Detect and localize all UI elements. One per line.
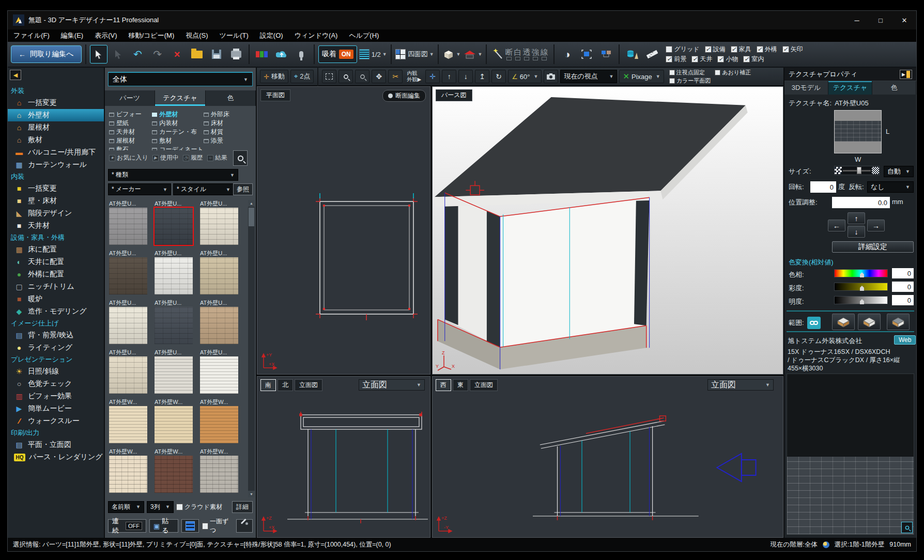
tab-north[interactable]: 北 [278, 379, 293, 391]
filter-results[interactable]: ○結果 [207, 153, 227, 162]
screen-capture-button[interactable] [578, 45, 595, 64]
close-button[interactable]: ✕ [892, 11, 916, 29]
toggle-transparent[interactable]: 透 [522, 48, 530, 61]
texture-item[interactable]: AT外壁U... [155, 250, 194, 299]
category-accessory[interactable]: 添景 [204, 136, 247, 145]
sidebar-item-wall-floor[interactable]: ■壁・床材 [8, 195, 104, 207]
sidebar-item-fireplace[interactable]: ■暖炉 [8, 293, 104, 305]
category-roof[interactable]: 屋根材 [109, 136, 152, 145]
checkbox-arrow[interactable]: 矢印 [782, 45, 803, 54]
menu-edit[interactable]: 編集(E) [55, 29, 89, 42]
primitive-shapes-button[interactable] [623, 45, 641, 64]
two-point-button[interactable]: ⌖2点 [290, 70, 314, 83]
checkbox-foreground[interactable]: 前景 [666, 55, 686, 64]
filter-favorites[interactable]: ★お気に入り [109, 153, 148, 162]
pixage-dropdown[interactable]: ✕Pixage▼ [619, 70, 664, 83]
quad-view-dropdown[interactable]: 四面図 ▼ [395, 45, 434, 64]
cut-button[interactable]: ✂ [388, 70, 403, 83]
brightness-button[interactable]: ◑ [558, 45, 576, 64]
camera-button[interactable] [544, 70, 558, 83]
sidebar-item-stairs-design[interactable]: ◣階段デザイン [8, 207, 104, 220]
sidebar-item-easy-movie[interactable]: ▶簡単ムービー [8, 402, 104, 415]
texture-item[interactable]: AT外壁W... [200, 448, 239, 497]
sidebar-item-wall-material[interactable]: ⌂外壁材 [8, 109, 104, 121]
section-edit-button[interactable]: 断面編集 [382, 90, 426, 102]
tab-texture-props[interactable]: テクスチャ [828, 81, 872, 95]
redo-button[interactable]: ↷ [149, 45, 166, 64]
tab-color[interactable]: 色 [206, 90, 256, 106]
detail-settings-button[interactable]: 詳細設定 [832, 241, 914, 253]
toggle-white-model[interactable]: 白 [514, 48, 521, 61]
west-elevation-dropdown[interactable]: 立面図▼ [707, 379, 774, 391]
camera-up-button[interactable]: ↑ [442, 70, 456, 83]
texture-item[interactable]: AT外壁U... [200, 250, 239, 299]
tile-mode-button[interactable] [181, 519, 199, 533]
position-input[interactable]: 0.0 [832, 197, 890, 208]
panel-expand-button[interactable]: ▶ [900, 70, 912, 79]
columns-dropdown[interactable]: 3列▼ [147, 501, 174, 513]
sidebar-item-before-effect[interactable]: ▥ビフォー効果 [8, 390, 104, 402]
current-view-dropdown[interactable]: 現在の視点▼ [560, 70, 617, 83]
link-range-button[interactable] [807, 317, 821, 329]
texture-item[interactable]: AT外壁W... [109, 448, 148, 497]
south-elevation-dropdown[interactable]: 立面図▼ [359, 379, 425, 391]
texture-item[interactable]: AT外壁U... [155, 299, 194, 349]
tab-east[interactable]: 東 [453, 379, 468, 391]
maker-dropdown[interactable]: * メーカー▼ [108, 183, 171, 195]
brightness-input[interactable]: 0 [892, 295, 914, 305]
camera-down-button[interactable]: ↓ [458, 70, 473, 83]
pan-button[interactable]: ✥ [372, 70, 386, 83]
brightness-slider[interactable] [834, 296, 888, 304]
menu-tools[interactable]: ツール(T) [214, 29, 254, 42]
category-before[interactable]: ビフォー [109, 110, 152, 119]
category-interior[interactable]: 内装材 [152, 119, 203, 128]
zoom-in-button[interactable] [338, 70, 353, 83]
zoom-out-button[interactable] [355, 70, 369, 83]
catalog-scrollbar[interactable]: ▲ ▼ [248, 200, 255, 497]
current-layer[interactable]: 現在の階層:全体 [770, 540, 817, 549]
sidebar-item-paving-material[interactable]: ⌂敷材 [8, 134, 104, 146]
range-one-wall-button[interactable] [887, 314, 910, 330]
sidebar-item-perspective-rendering[interactable]: HQパース・レンダリング [8, 451, 104, 463]
rotate-input[interactable]: 0 [810, 181, 836, 193]
size-auto-dropdown[interactable]: 自動▼ [884, 166, 914, 177]
sidebar-item-place-floor[interactable]: ▩床に配置 [8, 243, 104, 256]
menu-file[interactable]: ファイル(F) [8, 29, 55, 42]
texture-item[interactable]: AT外壁W... [155, 398, 194, 448]
texture-item[interactable]: AT外壁U... [200, 349, 239, 398]
3d-display-dropdown[interactable]: ▼ [442, 45, 461, 64]
texture-item[interactable]: AT外壁U... [200, 299, 239, 349]
sidebar-item-curtain-wall[interactable]: ▦カーテンウォール [8, 159, 104, 171]
open-file-button[interactable] [188, 45, 206, 64]
saturation-input[interactable]: 0 [892, 282, 914, 292]
continuous-toggle-button[interactable]: 連続OFF [108, 519, 146, 533]
category-ceiling[interactable]: 天井材 [109, 128, 152, 136]
sidebar-item-ceiling-material[interactable]: ■天井材 [8, 220, 104, 232]
texture-item[interactable]: AT外壁W... [109, 398, 148, 448]
texture-item-selected[interactable]: AT外壁U... [155, 200, 194, 250]
menu-settings[interactable]: 設定(O) [254, 29, 289, 42]
sidebar-item-lighting[interactable]: ●ライティング [8, 341, 104, 354]
shift-right-button[interactable]: → [867, 220, 885, 231]
fit-view-button[interactable] [322, 70, 336, 83]
category-wallpaper[interactable]: 壁紙 [109, 119, 152, 128]
checkbox-furniture[interactable]: 家具 [731, 45, 751, 54]
search-button[interactable] [233, 150, 248, 166]
texture-item[interactable]: AT外壁W... [155, 448, 194, 497]
shift-down-button[interactable]: ↓ [848, 226, 865, 238]
tab-west[interactable]: 西 [436, 379, 451, 391]
south-elevation-viewport[interactable]: 南 北 立面図 立面図▼ [257, 376, 430, 538]
delete-button[interactable]: × [168, 45, 186, 64]
checkbox-interior[interactable]: 室内 [743, 55, 764, 64]
roof-display-dropdown[interactable]: ▼ [463, 45, 483, 64]
perspective-viewport[interactable]: パース図 [432, 86, 783, 375]
presentation-button[interactable] [253, 45, 271, 64]
range-connected-walls-button[interactable] [858, 314, 881, 330]
sidebar-item-niche-trim[interactable]: ▢ニッチ/トリム [8, 281, 104, 293]
detail-button[interactable]: 詳細 [232, 501, 253, 513]
texture-item[interactable]: AT外壁U... [200, 200, 239, 250]
size-slider[interactable] [834, 166, 880, 175]
rotate-view-button[interactable]: ↻ [491, 70, 506, 83]
sidebar-collapse-button[interactable]: ◀ [10, 70, 21, 80]
sidebar-item-color-vision[interactable]: ○色覚チェック [8, 378, 104, 390]
